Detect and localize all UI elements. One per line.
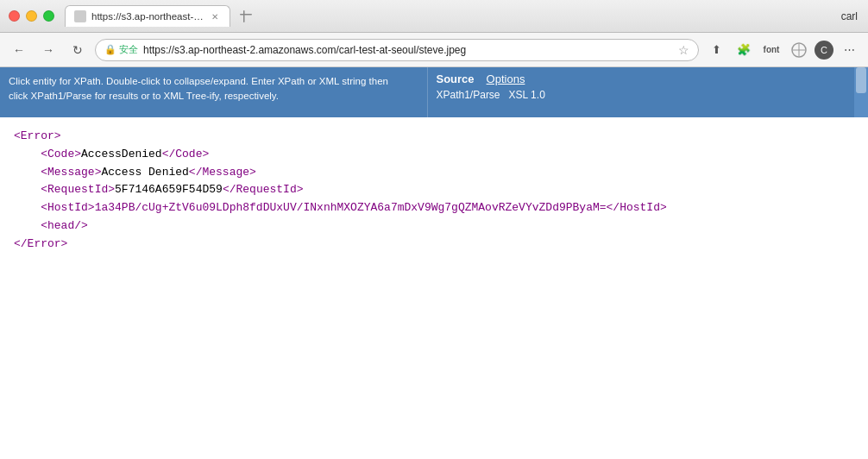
lock-icon: 🔒 [104, 44, 116, 55]
xsl-button[interactable]: XSL 1.0 [509, 89, 545, 101]
address-bar[interactable]: 🔒 安全 https://s3.ap-northeast-2.amazonaws… [95, 39, 699, 61]
xpath-right: Source Options XPath1/Parse XSL 1.0 [428, 67, 855, 117]
reload-button[interactable]: ↻ [66, 38, 90, 62]
error-open-line: <Error> [14, 128, 854, 146]
message-open-tag: <Message> [41, 166, 101, 179]
address-url: https://s3.ap-northeast-2.amazonaws.com/… [143, 44, 466, 56]
requestid-open-tag: <RequestId> [41, 183, 115, 196]
close-button[interactable] [9, 10, 20, 22]
svg-rect-1 [240, 14, 252, 16]
requestid-value: 5F7146A659F54D59 [115, 183, 223, 196]
error-close-tag: </Error> [14, 237, 67, 250]
tab-source[interactable]: Source [437, 72, 475, 85]
xml-content: <Error> <Code>AccessDenied</Code> <Messa… [0, 117, 868, 459]
code-open-tag: <Code> [41, 148, 81, 160]
head-line: <head/> [14, 217, 854, 236]
new-tab-button[interactable] [234, 4, 258, 28]
titlebar: https://s3.ap-northeast-2.ama ✕ carl [0, 0, 868, 33]
xpath-tabs: Source Options [437, 72, 846, 85]
error-open-tag: <Error> [14, 129, 61, 142]
security-badge: 🔒 安全 [104, 43, 138, 56]
xpath-scrollbar-thumb [856, 67, 866, 93]
hostid-close-tag: </HostId> [607, 201, 667, 214]
xpath-actions: XPath1/Parse XSL 1.0 [437, 89, 846, 101]
tab-favicon [74, 10, 86, 22]
tab-close-button[interactable]: ✕ [209, 10, 221, 22]
xpath-instruction: Click entity for XPath. Double-click to … [0, 67, 428, 117]
user-name: carl [841, 10, 858, 22]
xml-panel: Click entity for XPath. Double-click to … [0, 67, 868, 459]
security-label: 安全 [119, 43, 138, 56]
hostid-line: <HostId>1a34PB/cUg+ZtV6u09LDph8fdDUxUV/I… [14, 199, 854, 217]
safari-icon[interactable] [787, 38, 811, 62]
code-line: <Code>AccessDenied</Code> [14, 146, 854, 164]
content-area: Click entity for XPath. Double-click to … [0, 67, 868, 459]
traffic-lights [9, 10, 54, 22]
menu-button[interactable]: ⋯ [837, 38, 861, 62]
message-value: Access Denied [101, 166, 188, 179]
message-line: <Message>Access Denied</Message> [14, 164, 854, 182]
nav-icons: ⬆ 🧩 font C ⋯ [704, 38, 861, 62]
font-button[interactable]: font [759, 38, 783, 62]
message-close-tag: </Message> [189, 166, 256, 179]
xpath1-parse-button[interactable]: XPath1/Parse [437, 89, 500, 101]
error-close-line: </Error> [14, 236, 854, 254]
requestid-close-tag: </RequestId> [223, 183, 304, 196]
xpath-toolbar: Click entity for XPath. Double-click to … [0, 67, 868, 117]
head-tag: <head/> [41, 219, 88, 232]
back-button[interactable]: ← [7, 38, 31, 62]
hostid-open-tag: <HostId> [41, 201, 94, 214]
minimize-button[interactable] [26, 10, 37, 22]
hostid-value: 1a34PB/cUg+ZtV6u09LDph8fdDUxUV/INxnhMXOZ… [95, 201, 607, 214]
code-value: AccessDenied [81, 148, 162, 160]
forward-button[interactable]: → [36, 38, 60, 62]
active-tab[interactable]: https://s3.ap-northeast-2.ama ✕ [65, 5, 230, 27]
extensions-button[interactable]: 🧩 [732, 38, 756, 62]
code-close-tag: </Code> [162, 148, 210, 160]
xpath-scrollbar[interactable] [854, 67, 868, 117]
requestid-line: <RequestId>5F7146A659F54D59</RequestId> [14, 181, 854, 199]
tab-title: https://s3.ap-northeast-2.ama [91, 11, 204, 22]
navbar: ← → ↻ 🔒 安全 https://s3.ap-northeast-2.ama… [0, 33, 868, 67]
tab-bar: https://s3.ap-northeast-2.ama ✕ [65, 4, 258, 28]
bookmark-button[interactable]: ☆ [678, 43, 689, 57]
maximize-button[interactable] [43, 10, 54, 22]
profile-button[interactable]: C [815, 41, 833, 60]
tab-options[interactable]: Options [487, 72, 525, 85]
svg-rect-0 [243, 10, 245, 22]
share-button[interactable]: ⬆ [704, 38, 728, 62]
